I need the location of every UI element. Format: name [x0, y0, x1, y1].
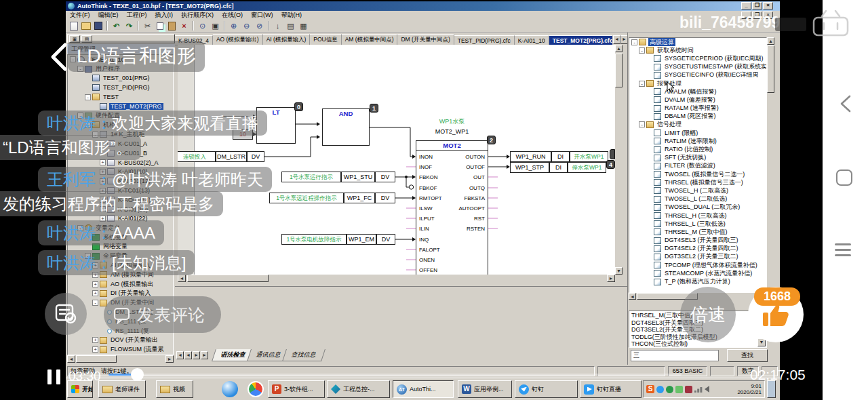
menu-item[interactable]: 窗口(W) [247, 11, 277, 20]
tab-scroll-left-icon[interactable]: ◄ [613, 35, 620, 44]
zoom-in-icon[interactable]: ⊕ [228, 21, 239, 31]
back-icon[interactable] [47, 42, 69, 72]
taskbar-button[interactable]: ATAutoThi... [393, 380, 454, 398]
menu-item[interactable]: 工程(P) [123, 11, 151, 20]
taskbar-button[interactable]: W应用举例... [458, 380, 512, 398]
danmaku-settings-button[interactable] [45, 293, 87, 335]
app-tray-icon[interactable] [685, 386, 692, 393]
tree-item[interactable]: SYSGETUSTIMESTAMP (获取系统实 [629, 63, 766, 71]
document-tab[interactable]: DM (开关量中间点) [397, 34, 454, 45]
nav-recent-icon[interactable] [835, 254, 851, 256]
output-tab[interactable]: 查找信息 [282, 349, 326, 361]
undo-icon[interactable]: ↶ [111, 21, 122, 31]
menu-item[interactable]: 在线(O) [218, 11, 247, 20]
expander-icon[interactable]: - [639, 47, 645, 54]
tree-item[interactable]: TWOSEL_L (二取低选) [629, 195, 766, 203]
document-tab[interactable]: K-AI01_10 [515, 35, 549, 45]
tree-item[interactable]: TWOSEL_DUAL (二取冗余) [629, 203, 766, 212]
tree-item[interactable]: STEAMCOMP (水蒸汽流量补偿) [629, 269, 766, 277]
list-item[interactable]: THCON(三位式控制) [630, 340, 766, 348]
open-icon[interactable] [81, 22, 91, 30]
taskbar-button[interactable]: 老师课件 [98, 380, 146, 398]
nav-back-icon[interactable] [839, 95, 852, 113]
cast-overlay-box[interactable] [775, 18, 806, 31]
expander-icon[interactable]: - [631, 39, 637, 45]
paste-icon[interactable] [168, 22, 176, 31]
dingtalk-tray-icon[interactable] [656, 386, 664, 393]
tree-item[interactable]: THRSEL_M (三取中值) [629, 228, 766, 236]
expander-icon[interactable]: + [92, 346, 98, 353]
expander-icon[interactable]: + [100, 159, 106, 165]
input-variable[interactable]: WP1_EM [347, 234, 376, 245]
expander-icon[interactable]: + [92, 281, 98, 287]
cut-icon[interactable]: ✂ [142, 21, 153, 31]
fbd-canvas[interactable]: LT 0 10 AND 1 连锁投入 DM_LSTR DV 1号水泵运行指示 W… [178, 45, 615, 275]
tree-item[interactable]: AMALM (幅值报警) [629, 87, 766, 96]
mot2-block[interactable]: MOT2 INONINOFFBKONFBKOFRMTOPTILSWILPUTIL… [416, 140, 488, 275]
monitor-icon[interactable]: ▣ [210, 21, 221, 31]
tree-item[interactable]: -高级运算 [629, 38, 766, 46]
taskbar-button[interactable]: 钉钉 [515, 380, 578, 398]
del-icon[interactable]: × [178, 21, 190, 31]
expander-icon[interactable]: - [639, 81, 645, 87]
taskbar-button[interactable]: 视频 [156, 380, 193, 398]
library-search-input[interactable] [631, 350, 719, 361]
menu-item[interactable]: 编辑(E) [94, 11, 123, 20]
taskbar-button[interactable] [248, 380, 265, 398]
tree-item[interactable]: SYSGETIECINFO (获取IEC详细周 [629, 71, 766, 79]
output-scroll-right-icon[interactable]: ► [193, 351, 200, 359]
plc2-icon[interactable]: ▦ [298, 21, 309, 31]
tree-item[interactable]: SYSGETIECPERIOD (获取IEC周期) [629, 54, 766, 62]
pause-icon[interactable] [47, 369, 52, 384]
tree-item[interactable]: DGT3SEL2 (开关量三取二) [629, 253, 766, 261]
tree-item[interactable]: THRSEL (模拟量信号三选一) [629, 178, 766, 186]
nav-home-icon[interactable] [836, 169, 852, 186]
title-bar[interactable]: AutoThink - TEXE_01_10.hpf - [TEST_MOT2(… [66, 1, 780, 11]
tree-item[interactable]: FILTER (数值滤波) [629, 162, 766, 170]
zoom-out-icon[interactable]: ⊖ [241, 21, 252, 31]
document-tab[interactable]: AM (模拟量中间点) [342, 34, 398, 45]
expander-icon[interactable]: - [92, 300, 98, 306]
nav-recent-icon[interactable] [835, 249, 851, 251]
tree-item[interactable]: DBALM (死区报警) [629, 113, 766, 121]
output-scroll-last-icon[interactable]: ► [201, 351, 208, 359]
document-tab[interactable]: POU信息 [310, 34, 341, 45]
zoom-icon[interactable]: ⊘ [254, 21, 265, 31]
network-tray-icon[interactable] [666, 386, 673, 393]
taskbar-button[interactable]: P3-软件组... [268, 380, 325, 398]
pause-icon[interactable] [56, 369, 60, 384]
tree-item[interactable]: -TEST [68, 92, 173, 102]
tree-item[interactable]: +DOV (开关量输出 [68, 336, 173, 345]
tree-item[interactable]: -报警处理 [629, 79, 766, 87]
output-variable[interactable]: WP1_RUN [510, 151, 551, 162]
menu-item[interactable]: 文件(F) [66, 11, 94, 20]
tree-item[interactable]: RATIO (比值控制) [629, 145, 766, 153]
tree-item[interactable]: TPCOMP (理想气体体积流量补偿) [629, 261, 766, 269]
tree-item[interactable]: DVALM (偏差报警) [629, 96, 766, 104]
nav-recent-icon[interactable] [835, 243, 851, 245]
close-button[interactable]: × [763, 2, 773, 9]
taskbar-button[interactable]: 工程总控-... [327, 380, 390, 398]
sogou-tray-icon[interactable]: S [646, 385, 654, 393]
menu-item[interactable]: 帮助(H) [277, 11, 307, 20]
tree-item[interactable]: TEST_PID(PRG) [68, 83, 173, 92]
redo-icon[interactable]: ↷ [123, 21, 135, 31]
plc-icon[interactable]: ▤ [285, 21, 296, 31]
volume-tray-icon[interactable] [705, 386, 709, 393]
tree-item[interactable]: TWOSEL_H (二取高选) [629, 186, 766, 195]
minimize-button[interactable]: _ [741, 2, 751, 9]
canvas-hscrollbar[interactable]: ◄ ► [178, 275, 615, 283]
tree-item[interactable]: -信号处理 [629, 121, 766, 129]
save-icon[interactable] [94, 22, 102, 30]
tree-item[interactable]: TWOSEL (模拟量信号二选一) [629, 170, 766, 178]
new-icon[interactable] [70, 22, 78, 31]
progress-track[interactable] [108, 374, 682, 376]
input-variable[interactable]: DM_LSTR [216, 151, 247, 162]
output-scroll-first-icon[interactable]: ◄ [176, 351, 184, 359]
find-button[interactable]: 查找 [727, 349, 768, 362]
find-icon[interactable]: ⊙ [197, 21, 208, 31]
tree-item[interactable]: LIMIT (限幅) [629, 129, 766, 137]
playback-speed-button[interactable]: 倍速 [680, 287, 736, 342]
document-tab[interactable]: AO (模拟量输出) [213, 34, 263, 45]
comment-input[interactable]: 发表评论 [104, 296, 221, 333]
